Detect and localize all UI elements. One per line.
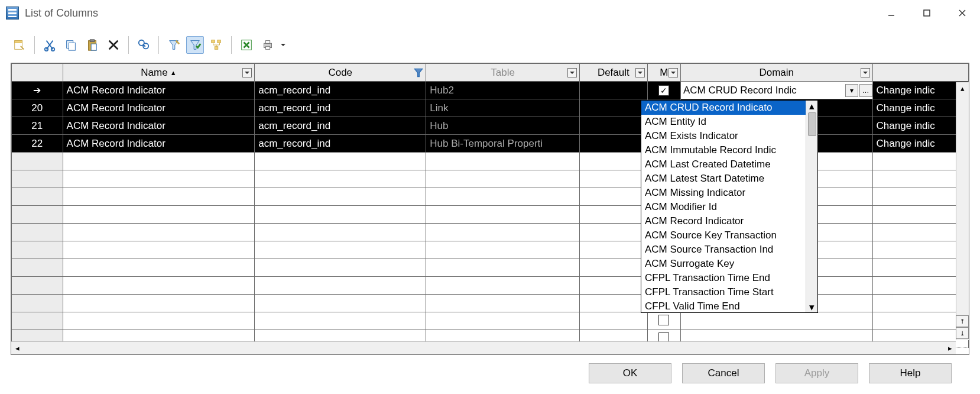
dropdown-scrollbar[interactable]: ▴ ▾ <box>806 101 817 312</box>
minimize-button[interactable] <box>874 0 909 26</box>
cell-table[interactable]: Hub Bi-Temporal Properti <box>426 135 580 153</box>
cell-comment[interactable]: Change indic <box>872 82 968 99</box>
paste-button[interactable] <box>83 36 101 54</box>
table-row[interactable]: 22ACM Record Indicatoracm_record_indHub … <box>12 135 969 153</box>
find-button[interactable] <box>135 36 152 54</box>
table-row-empty[interactable] <box>12 259 969 277</box>
cell-code[interactable]: acm_record_ind <box>255 117 426 135</box>
cell-code[interactable]: acm_record_ind <box>255 99 426 117</box>
cell-code[interactable]: acm_record_ind <box>255 82 426 99</box>
dropdown-item[interactable]: ACM Source Key Transaction <box>641 228 806 243</box>
cell-default[interactable] <box>579 117 647 135</box>
cell-code[interactable]: acm_record_ind <box>255 135 426 153</box>
apply-button[interactable]: Apply <box>775 363 858 383</box>
column-header-m[interactable]: M <box>647 64 680 82</box>
cell-name[interactable]: ACM Record Indicator <box>63 82 255 99</box>
row-header[interactable]: 20 <box>12 99 63 117</box>
domain-input[interactable] <box>681 82 844 99</box>
scroll-left-icon[interactable]: ◂ <box>11 342 23 354</box>
cell-table[interactable]: Link <box>426 99 580 117</box>
horizontal-scrollbar[interactable]: ◂ ▸ <box>11 341 956 354</box>
table-row-empty[interactable] <box>12 277 969 295</box>
column-header-code[interactable]: Code <box>255 64 426 82</box>
dropdown-item[interactable]: ACM Entity Id <box>641 115 806 129</box>
column-header-name[interactable]: Name▲ <box>63 64 255 82</box>
dropdown-item[interactable]: ACM CRUD Record Indicato <box>641 101 806 115</box>
header-filter-dropdown[interactable] <box>669 68 678 77</box>
column-header-default[interactable]: Default <box>579 64 647 82</box>
ok-button[interactable]: OK <box>589 363 671 383</box>
copy-button[interactable] <box>62 36 80 54</box>
dropdown-item[interactable]: ACM Modifier Id <box>641 200 806 214</box>
scroll-up-icon[interactable]: ▴ <box>956 82 969 94</box>
scroll-down-icon[interactable]: ▾ <box>806 302 817 312</box>
table-row-empty[interactable] <box>12 312 969 330</box>
dropdown-item[interactable]: ACM Surrogate Key <box>641 257 806 271</box>
table-row[interactable]: 21ACM Record Indicatoracm_record_indHubC… <box>12 117 969 135</box>
dropdown-item[interactable]: CFPL Transaction Time End <box>641 271 806 285</box>
row-header[interactable]: 22 <box>12 135 63 153</box>
domain-dropdown-button[interactable]: ▾ <box>845 84 858 97</box>
cell-comment[interactable]: Change indic <box>872 117 968 135</box>
move-bottom-button[interactable]: ⤓ <box>956 327 969 339</box>
cut-button[interactable] <box>41 36 59 54</box>
filter-apply-button[interactable] <box>186 36 204 54</box>
hierarchy-button[interactable] <box>207 36 225 54</box>
mandatory-checkbox[interactable] <box>658 85 669 96</box>
cell-comment[interactable]: Change indic <box>872 135 968 153</box>
print-button[interactable] <box>259 36 277 54</box>
cell-domain[interactable]: ▾… <box>680 82 872 99</box>
table-row-empty[interactable] <box>12 295 969 312</box>
scroll-right-icon[interactable]: ▸ <box>944 342 956 354</box>
cell-table[interactable]: Hub2 <box>426 82 580 99</box>
header-filter-dropdown[interactable] <box>567 68 577 77</box>
vertical-scrollbar[interactable]: ▴ ▾ <box>956 82 969 340</box>
dropdown-item[interactable]: CFPL Valid Time End <box>641 299 806 312</box>
mandatory-checkbox[interactable] <box>658 315 669 325</box>
dropdown-item[interactable]: ACM Source Transaction Ind <box>641 243 806 257</box>
dropdown-item[interactable]: ACM Last Created Datetime <box>641 157 806 172</box>
properties-button[interactable] <box>11 36 28 54</box>
domain-dropdown[interactable]: ACM CRUD Record IndicatoACM Entity IdACM… <box>641 100 818 313</box>
dropdown-item[interactable]: CFPL Transaction Time Start <box>641 285 806 299</box>
header-filter-dropdown[interactable] <box>861 68 870 77</box>
scroll-thumb[interactable] <box>808 112 816 136</box>
table-row[interactable]: ACM Record Indicatoracm_record_indHub2▾…… <box>12 82 969 99</box>
scroll-up-icon[interactable]: ▴ <box>806 101 817 111</box>
cell-m[interactable] <box>647 82 680 99</box>
cell-name[interactable]: ACM Record Indicator <box>63 135 255 153</box>
funnel-icon[interactable] <box>414 68 423 77</box>
dropdown-item[interactable]: ACM Missing Indicator <box>641 186 806 200</box>
domain-browse-button[interactable]: … <box>859 84 872 97</box>
cancel-button[interactable]: Cancel <box>682 363 765 383</box>
dropdown-item[interactable]: ACM Record Indicator <box>641 214 806 228</box>
cell-default[interactable] <box>579 82 647 99</box>
column-header-domain[interactable]: Domain <box>680 64 872 82</box>
table-row-empty[interactable] <box>12 206 969 224</box>
row-header[interactable] <box>12 82 63 99</box>
delete-button[interactable] <box>105 36 122 54</box>
print-dropdown[interactable] <box>280 43 286 47</box>
column-header-comment[interactable] <box>872 64 968 82</box>
table-row-empty[interactable] <box>12 188 969 206</box>
cell-default[interactable] <box>579 99 647 117</box>
header-filter-dropdown[interactable] <box>635 68 645 77</box>
table-row-empty[interactable] <box>12 153 969 170</box>
maximize-button[interactable] <box>909 0 945 26</box>
cell-default[interactable] <box>579 135 647 153</box>
table-row[interactable]: 20ACM Record Indicatoracm_record_indLink… <box>12 99 969 117</box>
cell-name[interactable]: ACM Record Indicator <box>63 99 255 117</box>
cell-comment[interactable]: Change indic <box>872 99 968 117</box>
dropdown-item[interactable]: ACM Exists Indicator <box>641 129 806 143</box>
export-excel-button[interactable] <box>238 36 255 54</box>
dropdown-item[interactable]: ACM Immutable Record Indic <box>641 143 806 157</box>
cell-table[interactable]: Hub <box>426 117 580 135</box>
table-row-empty[interactable] <box>12 170 969 188</box>
close-button[interactable] <box>945 0 980 26</box>
column-header-table[interactable]: Table <box>426 64 580 82</box>
table-row-empty[interactable] <box>12 224 969 241</box>
dropdown-item[interactable]: ACM Latest Start Datetime <box>641 172 806 186</box>
table-row-empty[interactable] <box>12 241 969 259</box>
row-header[interactable]: 21 <box>12 117 63 135</box>
help-button[interactable]: Help <box>869 363 952 383</box>
